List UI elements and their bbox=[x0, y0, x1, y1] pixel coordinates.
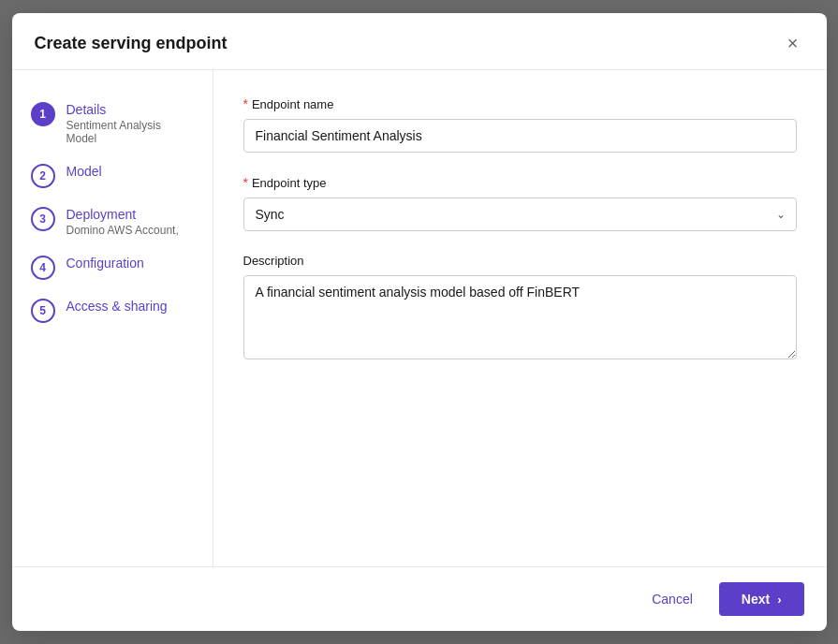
step-sublabel-3: Domino AWS Account, bbox=[66, 224, 179, 237]
sidebar-item-model[interactable]: 2 Model bbox=[12, 154, 213, 198]
sidebar-item-deployment[interactable]: 3 Deployment Domino AWS Account, bbox=[12, 198, 213, 246]
next-button[interactable]: Next › bbox=[719, 582, 804, 616]
step-label-4: Configuration bbox=[66, 256, 144, 271]
sidebar-item-configuration[interactable]: 4 Configuration bbox=[12, 246, 213, 289]
endpoint-name-group: * Endpoint name bbox=[243, 96, 797, 153]
step-label-5: Access & sharing bbox=[66, 299, 168, 314]
cancel-button[interactable]: Cancel bbox=[637, 584, 708, 614]
step-sublabel-1: Sentiment Analysis Model bbox=[66, 119, 194, 145]
step-info-3: Deployment Domino AWS Account, bbox=[66, 207, 179, 237]
dialog-header: Create serving endpoint × bbox=[12, 13, 827, 70]
description-label: Description bbox=[243, 254, 797, 268]
step-info-2: Model bbox=[66, 164, 102, 179]
description-group: Description A financial sentiment analys… bbox=[243, 254, 797, 363]
required-star-type: * bbox=[243, 175, 248, 190]
step-label-1: Details bbox=[66, 102, 194, 117]
description-input[interactable]: A financial sentiment analysis model bas… bbox=[243, 275, 797, 359]
step-label-3: Deployment bbox=[66, 207, 179, 222]
endpoint-type-select-wrapper: Sync Async ⌄ bbox=[243, 198, 797, 231]
dialog-footer: Cancel Next › bbox=[12, 566, 827, 631]
sidebar-item-details[interactable]: 1 Details Sentiment Analysis Model bbox=[12, 93, 213, 154]
close-button[interactable]: × bbox=[782, 32, 804, 54]
dialog-body: 1 Details Sentiment Analysis Model 2 Mod… bbox=[12, 70, 827, 566]
sidebar-item-access-sharing[interactable]: 5 Access & sharing bbox=[12, 289, 213, 332]
required-star-name: * bbox=[243, 96, 248, 111]
main-content: * Endpoint name * Endpoint type Sync Asy bbox=[213, 70, 827, 566]
step-info-5: Access & sharing bbox=[66, 299, 168, 314]
endpoint-type-select[interactable]: Sync Async bbox=[243, 198, 797, 231]
step-circle-3: 3 bbox=[31, 207, 55, 231]
step-label-2: Model bbox=[66, 164, 102, 179]
endpoint-type-label: * Endpoint type bbox=[243, 175, 797, 190]
chevron-right-icon: › bbox=[777, 593, 781, 607]
dialog-overlay: Create serving endpoint × 1 Details Sent… bbox=[0, 0, 838, 644]
endpoint-type-group: * Endpoint type Sync Async ⌄ bbox=[243, 175, 797, 231]
sidebar: 1 Details Sentiment Analysis Model 2 Mod… bbox=[12, 70, 213, 566]
step-info-4: Configuration bbox=[66, 256, 144, 271]
next-label: Next bbox=[742, 592, 770, 607]
endpoint-name-input[interactable] bbox=[243, 119, 797, 153]
step-circle-1: 1 bbox=[31, 102, 55, 126]
dialog-title: Create serving endpoint bbox=[35, 34, 228, 53]
step-circle-2: 2 bbox=[31, 164, 55, 188]
step-info-1: Details Sentiment Analysis Model bbox=[66, 102, 194, 145]
step-circle-5: 5 bbox=[31, 299, 55, 323]
dialog: Create serving endpoint × 1 Details Sent… bbox=[12, 13, 827, 631]
endpoint-name-label: * Endpoint name bbox=[243, 96, 797, 111]
step-circle-4: 4 bbox=[31, 256, 55, 280]
